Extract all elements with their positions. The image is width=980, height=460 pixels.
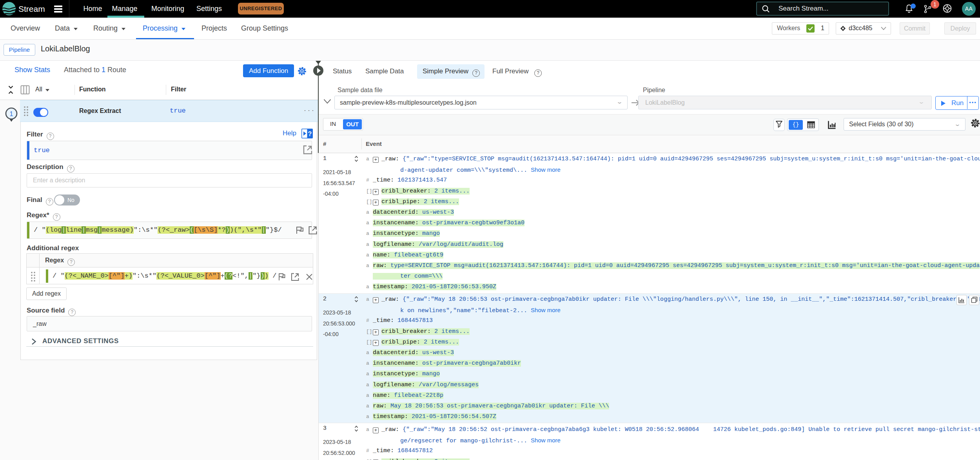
svg-text:?: ? — [308, 131, 312, 137]
svg-text:1: 1 — [10, 111, 13, 117]
